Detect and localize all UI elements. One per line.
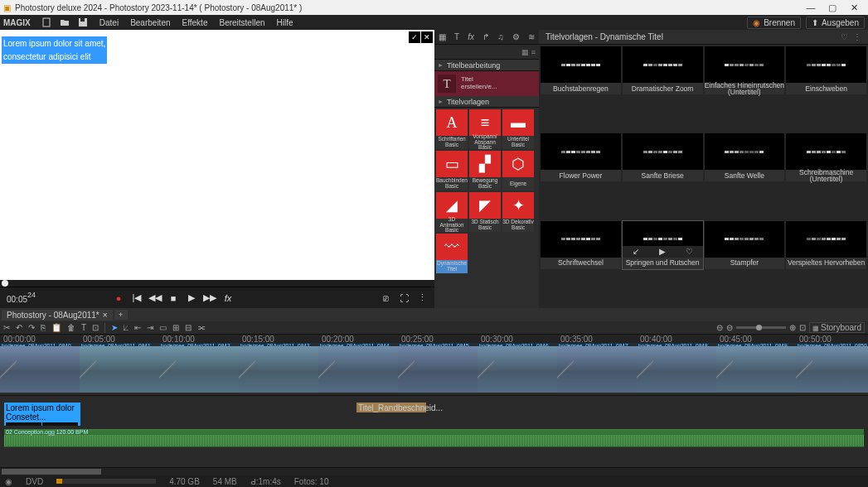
delete-icon[interactable]: 🗑	[67, 323, 75, 332]
menu-bereitstellen[interactable]: Bereitstellen	[213, 18, 270, 27]
tile-dynamische[interactable]: 〰Dynamische Titel	[436, 234, 468, 273]
grid-view-icon[interactable]: ▦	[521, 48, 529, 56]
heart-icon[interactable]: ♡	[841, 32, 848, 41]
template-schriftwechsel[interactable]: Schriftwechsel	[541, 221, 621, 269]
video-clip[interactable]: bodensee_08Aug2011_0846	[478, 346, 557, 393]
more-options-icon[interactable]: ⋮	[853, 32, 861, 41]
template-buchstabenregen[interactable]: Buchstabenregen	[541, 46, 621, 94]
template-sanfte-welle[interactable]: Sanfte Welle	[705, 133, 785, 181]
paste-icon[interactable]: 📋	[51, 323, 61, 332]
new-file-icon[interactable]	[39, 17, 54, 28]
section-titelbearbeitung[interactable]: Titelbearbeitung	[434, 60, 539, 71]
template-schreibmaschine-untertitel-[interactable]: Schreibmaschine (Untertitel)	[786, 133, 866, 181]
template-flower-power[interactable]: Flower Power	[541, 133, 621, 181]
zoom-fit-icon[interactable]: ⊡	[799, 323, 806, 332]
menu-datei[interactable]: Datei	[94, 18, 124, 27]
tile-3d-animation[interactable]: ◢3D Animation Basic	[436, 192, 468, 232]
save-icon[interactable]	[75, 17, 90, 28]
tab-close-icon[interactable]: ×	[103, 311, 108, 320]
title-create-button[interactable]: T Titel erstellen/e...	[434, 71, 539, 96]
video-clip[interactable]: bodensee_08Aug2011_0842	[159, 346, 239, 393]
pointer-tool-icon[interactable]: ➤	[111, 323, 118, 332]
list-view-icon[interactable]: ≡	[531, 48, 536, 56]
zoom-in-icon[interactable]: ⊕	[789, 323, 796, 332]
stop-button[interactable]: ■	[167, 292, 179, 304]
tile-3d-statisch[interactable]: ◤3D Statisch Basic	[469, 192, 501, 232]
storyboard-toggle[interactable]: ▦ Storyboard	[809, 322, 865, 333]
scrub-bar[interactable]	[0, 280, 434, 287]
text-tool-icon[interactable]: T	[454, 32, 459, 41]
title-clip[interactable]: Lorem ipsum dolor Consetet... ▬▬	[4, 403, 80, 426]
tile-vorspann[interactable]: ≡Vorspann/ Abspann Basic	[469, 109, 501, 149]
video-track[interactable]: bodensee_08Aug2011_0840bodensee_08Aug201…	[0, 343, 868, 396]
tab-add-button[interactable]: +	[114, 310, 128, 320]
video-clip[interactable]: bodensee_08Aug2011_0840	[0, 346, 80, 393]
video-clip[interactable]: bodensee_08Aug2011_0848	[637, 346, 716, 393]
fx-icon[interactable]: fx	[468, 32, 474, 41]
more-icon[interactable]: ⋮	[416, 292, 428, 304]
timeline-scrollbar[interactable]	[0, 467, 868, 475]
tile-schriftarten[interactable]: ASchriftarten Basic	[436, 109, 468, 149]
burn-button[interactable]: ◉Brennen	[747, 17, 801, 29]
maximize-button[interactable]: ▢	[822, 2, 843, 13]
favorite-icon[interactable]: ♡	[686, 247, 693, 256]
group-icon[interactable]: ⊟	[185, 323, 192, 332]
menu-bearbeiten[interactable]: Bearbeiten	[124, 18, 176, 27]
scrollbar-thumb[interactable]	[2, 469, 101, 475]
cancel-icon[interactable]: ✕	[421, 31, 433, 43]
checkmark-icon[interactable]: ✓	[409, 31, 420, 43]
grid-icon[interactable]: ▦	[439, 32, 446, 41]
razor-icon[interactable]: ⟀	[124, 323, 129, 332]
fx-button[interactable]: fx	[222, 292, 234, 304]
snap-icon[interactable]: ⊞	[172, 323, 179, 332]
copy-icon[interactable]: ⎘	[41, 323, 46, 332]
tile-bewegung[interactable]: ▞Bewegung Basic	[469, 151, 501, 190]
template-einfaches-hineinrutschen-untertitel-[interactable]: Einfaches Hineinrutschen (Untertitel)	[705, 46, 785, 94]
zoom-out-icon[interactable]: ⊖	[716, 323, 723, 332]
wave-icon[interactable]: ≋	[528, 32, 535, 41]
template-einschweben[interactable]: Einschweben	[786, 46, 866, 94]
mark-in-icon[interactable]: ⇤	[134, 323, 141, 332]
skip-start-button[interactable]: |◀	[131, 292, 143, 304]
section-titelvorlagen[interactable]: Titelvorlagen	[434, 96, 539, 108]
cut-icon[interactable]: ✂	[3, 323, 10, 332]
timeline-tab[interactable]: Photostory - 08Aug2011*×	[2, 310, 113, 321]
forward-button[interactable]: ▶▶	[204, 292, 216, 304]
minimize-button[interactable]: —	[800, 2, 822, 12]
video-clip[interactable]: bodensee_08Aug2011_0845	[398, 346, 478, 393]
template-verspieltes-hervorheben[interactable]: Verspieltes Hervorheben	[786, 221, 866, 269]
play-button[interactable]: ▶	[186, 292, 197, 304]
crop-icon[interactable]: ⊡	[92, 323, 99, 332]
template-sanfte-briese[interactable]: Sanfte Briese	[623, 133, 703, 181]
tile-bauchbinden[interactable]: ▭Bauchbinden Basic	[436, 151, 468, 190]
export-button[interactable]: ⬆Ausgeben	[806, 17, 865, 29]
zoom-out2-icon[interactable]: ⊖	[726, 323, 733, 332]
arrow-icon[interactable]: ↱	[482, 32, 489, 41]
tile-untertitel[interactable]: ▬Untertitel Basic	[502, 109, 534, 149]
mark-out-icon[interactable]: ⇥	[147, 323, 153, 332]
playhead-dot[interactable]	[2, 280, 8, 287]
title-tool-icon[interactable]: T	[81, 323, 86, 332]
video-clip[interactable]: bodensee_08Aug2011_0844	[318, 346, 398, 393]
tile-3d-dekorativ[interactable]: ✦3D Dekorativ Basic	[502, 192, 534, 232]
video-clip[interactable]: bodensee_08Aug2011_0850	[796, 346, 868, 393]
template-springen-und-rutschen[interactable]: ↙▶♡Springen und Rutschen	[623, 221, 703, 269]
preview-canvas[interactable]: Lorem ipsum dolor sit amet, consectetur …	[0, 30, 434, 280]
selected-title-text[interactable]: Lorem ipsum dolor sit amet, consectetur …	[2, 36, 107, 64]
video-clip[interactable]: bodensee_08Aug2011_0843	[239, 346, 318, 393]
timeline-ruler[interactable]: 00:00:0000:05:0000:10:0000:15:0000:20:00…	[0, 335, 868, 343]
video-clip[interactable]: bodensee_08Aug2011_0841	[80, 346, 159, 393]
cast-icon[interactable]: ⎚	[380, 292, 391, 304]
range-icon[interactable]: ▭	[159, 323, 167, 332]
zoom-slider[interactable]	[736, 326, 786, 329]
fx-clip[interactable]: Titel_Randbeschneid...	[356, 403, 426, 412]
rewind-button[interactable]: ◀◀	[149, 292, 161, 304]
record-button[interactable]: ●	[113, 292, 124, 304]
settings-icon[interactable]: ⚙	[512, 32, 520, 41]
redo-icon[interactable]: ↷	[28, 323, 35, 332]
undo-icon[interactable]: ↶	[16, 323, 22, 332]
music-icon[interactable]: ♫	[497, 32, 504, 41]
open-folder-icon[interactable]	[57, 17, 72, 28]
video-clip[interactable]: bodensee_08Aug2011_0849	[716, 346, 796, 393]
fullscreen-icon[interactable]: ⛶	[398, 292, 410, 304]
